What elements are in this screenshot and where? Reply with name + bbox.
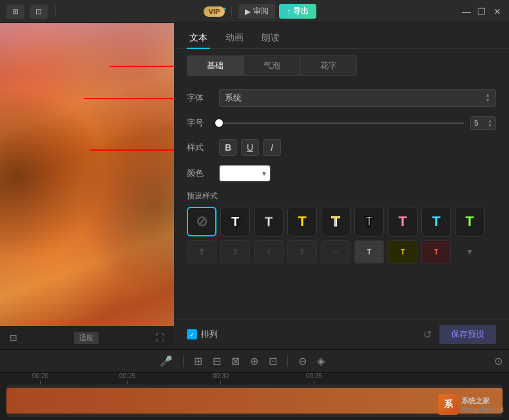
preset-item-2-7[interactable]: T	[421, 240, 451, 263]
vip-badge[interactable]: VIP	[204, 6, 226, 17]
tab-text[interactable]: 文本	[187, 28, 210, 49]
bottom-right-controls: ↺ 保存预设	[423, 325, 496, 344]
reset-icon[interactable]: ↺	[423, 329, 432, 341]
preset-item-2-0[interactable]: T	[187, 240, 216, 263]
timeline-area: 🎤 ⊞ ⊟ ⊠ ⊕ ⊡ ⊖ ◈ ⊙ 00:20 00:25 00:30	[0, 349, 509, 420]
color-row: 颜色 ▼	[187, 165, 496, 182]
timeline-track: 00:20 00:25 00:30 00:35	[0, 373, 509, 420]
preset-item-2-4[interactable]: —	[321, 240, 351, 263]
split-icon[interactable]: ⊞	[194, 355, 202, 367]
preset-no-style-icon: ⊘	[196, 213, 207, 230]
italic-button[interactable]: I	[263, 139, 281, 156]
watermark: 系 系统之家 xitongzhijia.net	[438, 394, 504, 415]
title-bar-center: VIP ▶ 审阅 ↑ 导出	[204, 4, 317, 19]
size-row: 字号 5 ▲▼	[187, 116, 496, 130]
link-icon[interactable]: ⊕	[250, 355, 258, 367]
font-row: 字体 系统 ▲▼	[187, 89, 496, 107]
font-select[interactable]: 系统 ▲▼	[219, 89, 496, 107]
arrow-2	[84, 95, 174, 102]
minimize-button[interactable]: —	[461, 6, 472, 17]
preset-item-6[interactable]: T	[388, 207, 418, 236]
preset-item-3[interactable]: T	[287, 207, 317, 236]
menu-icon[interactable]: ⊞	[6, 5, 24, 19]
preset-item-7[interactable]: T	[421, 207, 451, 236]
subtab-basic[interactable]: 基础	[187, 55, 244, 76]
tab-read[interactable]: 朗读	[259, 28, 282, 49]
preset-item-2-5[interactable]: T	[354, 240, 384, 263]
close-button[interactable]: ✕	[492, 6, 503, 17]
subtab-fancy[interactable]: 花字	[300, 55, 357, 76]
preset-item-0[interactable]: ⊘	[187, 207, 216, 236]
arrow-3	[90, 147, 174, 153]
size-slider-track[interactable]	[219, 122, 464, 124]
ruler-mark-1: 00:25	[119, 373, 135, 385]
zoom-out-icon[interactable]: ⊖	[298, 355, 307, 367]
preset-item-4[interactable]: T	[321, 207, 351, 236]
style-label: 样式	[187, 142, 213, 153]
underline-button[interactable]: U	[241, 139, 259, 156]
ruler-mark-0: 00:20	[32, 373, 48, 385]
bottom-controls: ✓ 排列 ↺ 保存预设	[174, 319, 509, 349]
size-input[interactable]: 5 ▲▼	[470, 116, 496, 130]
preset-item-8[interactable]: T	[455, 207, 485, 236]
size-slider-container	[219, 122, 464, 124]
preset-item-2-6[interactable]: T	[388, 240, 418, 263]
slider-thumb[interactable]	[215, 119, 223, 127]
preset-item-2-3[interactable]: T	[287, 240, 317, 263]
align-center-icon[interactable]: ⊡	[269, 355, 277, 367]
arrow-1	[110, 63, 174, 70]
trim-icon[interactable]: ⊠	[231, 355, 240, 367]
check-icon[interactable]: ✓	[187, 329, 197, 339]
sub-tab-bar: 基础 气泡 花字	[174, 49, 509, 82]
track-content[interactable]	[6, 385, 503, 417]
preset-grid-1: ⊘ T T T T T	[187, 207, 496, 236]
save-preset-button[interactable]: 保存预设	[439, 325, 496, 344]
ctrl-group-left: ⊡	[10, 332, 17, 343]
font-label: 字体	[187, 92, 213, 104]
mic-icon[interactable]: 🎤	[160, 355, 173, 367]
title-bar-left: ⊞ ⊡	[6, 5, 59, 19]
right-panel: 文本 动画 朗读 基础 气泡 花字 字体	[174, 23, 509, 349]
video-controls: ⊡ 适应 ⛶	[0, 326, 174, 349]
size-label: 字号	[187, 117, 213, 129]
align-check: ✓ 排列	[187, 329, 218, 340]
video-panel: ▲ ⊡ 适应 ⛶	[0, 23, 174, 349]
ctrl-group-right: ⛶	[155, 332, 164, 343]
export-icon: ↑	[287, 7, 291, 16]
crop-icon[interactable]: ⊡	[10, 332, 17, 343]
preset-item-5[interactable]: T	[354, 207, 384, 236]
track-segment[interactable]	[6, 388, 503, 414]
watermark-text: 系统之家 xitongzhijia.net	[461, 396, 504, 413]
merge-icon[interactable]: ⊟	[213, 355, 221, 367]
fullscreen-icon[interactable]: ⛶	[155, 332, 164, 343]
preset-item-2[interactable]: T	[254, 207, 283, 236]
style-row: 样式 B U I	[187, 139, 496, 156]
main-content: ▲ ⊡ 适应 ⛶ 文本 动画 朗读	[0, 23, 509, 349]
color-picker[interactable]: ▼	[219, 165, 271, 182]
layout-icon[interactable]: ⊡	[30, 5, 48, 19]
toolbar-separator-2	[287, 356, 288, 367]
font-arrows: ▲▼	[485, 93, 490, 103]
snap-icon[interactable]: ◈	[317, 355, 325, 367]
bold-button[interactable]: B	[219, 139, 237, 156]
settings-panel: 字体 系统 ▲▼ 字号 5	[174, 82, 509, 319]
preset-grid-2: T T T T — T T	[187, 240, 496, 263]
preset-label: 预设样式	[187, 191, 496, 202]
preset-item-1[interactable]: T	[220, 207, 250, 236]
maximize-button[interactable]: ❐	[477, 6, 487, 17]
adapt-button[interactable]: 适应	[74, 332, 99, 344]
ruler-mark-3: 00:35	[306, 373, 322, 385]
tab-animation[interactable]: 动画	[223, 28, 246, 49]
expand-presets-button[interactable]: ▼	[455, 240, 485, 263]
review-button[interactable]: ▶ 审阅	[238, 4, 275, 19]
preset-item-2-2[interactable]: T	[254, 240, 283, 263]
export-button[interactable]: ↑ 导出	[279, 4, 316, 19]
ctrl-group-center: 适应	[74, 332, 99, 344]
preset-item-2-1[interactable]: T	[220, 240, 250, 263]
zoom-fit-icon[interactable]: ⊙	[494, 355, 503, 367]
title-bar-right: — ❐ ✕	[461, 6, 503, 17]
subtab-bubble[interactable]: 气泡	[244, 55, 300, 76]
tab-bar: 文本 动画 朗读	[174, 23, 509, 49]
video-preview: ▲	[0, 23, 174, 326]
watermark-logo: 系	[438, 394, 459, 415]
